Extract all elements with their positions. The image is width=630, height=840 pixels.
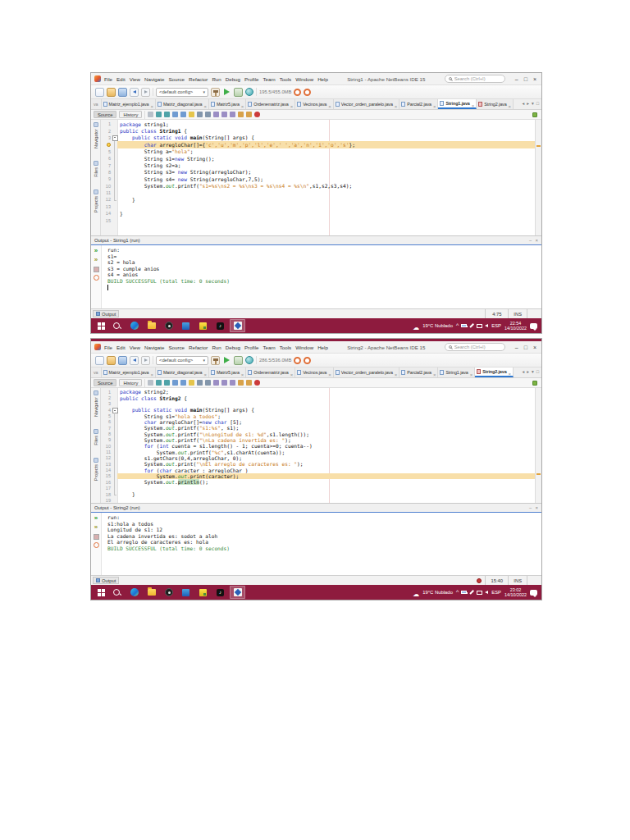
config-select[interactable]: <default config>: [156, 356, 208, 365]
minimize-panel-icon[interactable]: [529, 505, 532, 510]
code-line[interactable]: 11: [101, 189, 535, 196]
code-line[interactable]: 13: [101, 203, 535, 210]
code-line[interactable]: 4 public static void main(String[] args)…: [101, 407, 535, 413]
previous-error-icon[interactable]: [246, 380, 252, 386]
close-panel-icon[interactable]: [535, 505, 538, 510]
profile-project-icon[interactable]: [245, 88, 253, 96]
code-line[interactable]: 12 s1.getChars(0,4,arregloChar, 0);: [101, 455, 535, 461]
rerun-changes-icon[interactable]: [93, 524, 99, 531]
dock-tab-files[interactable]: Files: [94, 161, 98, 177]
menu-refactor[interactable]: Refactor: [189, 345, 208, 350]
code-editor[interactable]: 1package string2;2public class String2 {…: [101, 388, 535, 503]
pen-icon[interactable]: [470, 590, 474, 594]
code-line[interactable]: 8 String s3= new String(arregloChar);: [101, 169, 535, 176]
code-line[interactable]: 17: [101, 486, 535, 491]
next-error-icon[interactable]: [238, 112, 244, 117]
scroll-tabs-left-icon[interactable]: [522, 102, 524, 107]
fold-collapse-icon[interactable]: [112, 407, 117, 413]
minimize-icon[interactable]: [515, 76, 518, 82]
file-explorer-icon[interactable]: [144, 586, 159, 599]
menu-file[interactable]: File: [104, 76, 112, 82]
close-tab-icon[interactable]: [395, 99, 398, 109]
close-tab-icon[interactable]: [328, 99, 331, 109]
dock-tab-files[interactable]: Files: [94, 429, 98, 445]
code-line[interactable]: 1package string2;: [101, 389, 535, 395]
tab-string2-java[interactable]: String2.java: [475, 368, 514, 377]
code-line[interactable]: 5 String s1="hola a todos";: [101, 413, 535, 418]
save-all-icon[interactable]: [118, 356, 127, 365]
code-line[interactable]: 6 String s1=new String();: [101, 155, 535, 162]
tab-vector-orden-paralelo-java[interactable]: Vector_orden_paralelo.java: [334, 368, 400, 377]
dock-tab-navigator[interactable]: Navigator: [94, 122, 98, 148]
close-tab-icon[interactable]: [203, 99, 207, 109]
code-line[interactable]: 2public class String2 {: [101, 395, 535, 400]
next-occurrence-icon[interactable]: [205, 380, 211, 386]
memory-indicator[interactable]: 286.5/536.0MB: [259, 358, 291, 363]
code-line[interactable]: 16 System.out.println();: [101, 479, 535, 485]
code-line[interactable]: 2public class String1 {: [101, 127, 535, 134]
code-line[interactable]: 7 System.out.printf("s1:%s", s1);: [101, 425, 535, 431]
code-line[interactable]: 12 }: [101, 196, 535, 203]
code-line[interactable]: 11 System.out.printf("%c",s1.charAt(cuen…: [101, 449, 535, 454]
menu-navigate[interactable]: Navigate: [144, 345, 164, 350]
yellow-app-icon[interactable]: [195, 319, 211, 332]
open-project-icon[interactable]: [107, 356, 116, 365]
scroll-tabs-left-icon[interactable]: [522, 370, 524, 375]
previous-occurrence-icon[interactable]: [197, 112, 203, 117]
menu-run[interactable]: Run: [212, 76, 221, 82]
chevron-up-icon[interactable]: [456, 591, 459, 594]
minimize-panel-icon[interactable]: [529, 238, 532, 243]
menu-run[interactable]: Run: [212, 345, 221, 350]
menu-debug[interactable]: Debug: [226, 345, 240, 350]
toggle-bookmark-icon[interactable]: [213, 112, 219, 117]
menu-edit[interactable]: Edit: [116, 345, 126, 350]
close-tab-icon[interactable]: [241, 99, 244, 109]
toggle-breakpoint-icon[interactable]: [254, 380, 260, 386]
tab-matriz-ejemplo1-java[interactable]: Matriz_ejemplo1.java: [102, 368, 156, 377]
tab-matriz-diagonal-java[interactable]: Matriz_diagonal.java: [156, 368, 209, 377]
editor-scrollbar[interactable]: [535, 388, 541, 503]
menu-view[interactable]: View: [130, 76, 140, 82]
code-line[interactable]: 8 System.out.printf("\nLongitud de s1: %…: [101, 431, 535, 436]
rerun-changes-icon[interactable]: [93, 257, 99, 263]
dark-circle-app-icon[interactable]: [161, 586, 176, 599]
volume-icon[interactable]: [485, 324, 488, 327]
source-view-button[interactable]: Source: [94, 379, 116, 386]
menu-team[interactable]: Team: [263, 345, 276, 350]
close-tab-icon[interactable]: [203, 368, 207, 377]
close-tab-icon[interactable]: [433, 368, 436, 377]
display-icon[interactable]: [477, 324, 482, 328]
yellow-app-icon[interactable]: [195, 586, 211, 599]
start-button[interactable]: [94, 586, 108, 599]
display-icon[interactable]: [477, 591, 482, 595]
code-line[interactable]: 10 System.out.printf("s1=%s\ns2 = %s\ns3…: [101, 183, 535, 189]
find-occurrences-icon[interactable]: [180, 112, 186, 117]
close-icon[interactable]: [533, 345, 536, 350]
redo-icon[interactable]: [141, 88, 150, 97]
code-line[interactable]: 9 String s4= new String(arregloChar,7,5)…: [101, 176, 535, 182]
tab-matriz5-java[interactable]: Matriz5.java: [209, 368, 246, 377]
code-line[interactable]: 13 System.out.print("\nEl arreglo de car…: [101, 461, 535, 467]
tab-list-icon[interactable]: [532, 370, 534, 375]
stop-icon[interactable]: [93, 533, 99, 540]
weather-text[interactable]: 19°C Nublado: [422, 323, 453, 328]
tab-string1-java[interactable]: String1.java: [438, 368, 475, 377]
menu-file[interactable]: File: [104, 345, 112, 350]
output-tab-label[interactable]: Output - String1 (run): [94, 238, 140, 243]
dock-tab-navigator[interactable]: Navigator: [94, 390, 98, 417]
close-tab-icon[interactable]: [241, 368, 244, 377]
profile-project-icon[interactable]: [245, 356, 253, 364]
taskbar-search-icon[interactable]: [110, 586, 125, 599]
previous-error-icon[interactable]: [246, 112, 252, 117]
blue-app-icon[interactable]: [178, 586, 194, 599]
search-input[interactable]: Search (Ctrl+I): [445, 343, 505, 351]
garbage-collect-icon[interactable]: [294, 89, 301, 96]
menu-help[interactable]: Help: [317, 76, 328, 82]
garbage-collect-alt-icon[interactable]: [304, 89, 311, 96]
code-line[interactable]: 7 String s2=a;: [101, 162, 535, 168]
menu-view[interactable]: View: [130, 345, 140, 350]
clock[interactable]: 22:54 14/10/2022: [504, 321, 527, 331]
tab-matriz5-java[interactable]: Matriz5.java: [209, 99, 246, 109]
close-tab-icon[interactable]: [433, 99, 436, 109]
toggle-breakpoint-icon[interactable]: [254, 112, 260, 117]
